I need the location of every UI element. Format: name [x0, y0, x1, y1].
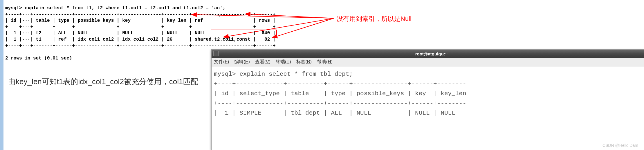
terminal-titlebar[interactable]: root@atguigu:~ — [212, 50, 644, 58]
table-row-1: | 1 |···| t2 | ALL | NULL | NULL | NULL … — [5, 30, 275, 36]
menu-tabs[interactable]: 标签(B) — [296, 59, 312, 65]
explanation-text: 由key_len可知t1表的idx_col1_col2被充分使用，col1匹配 — [8, 77, 198, 87]
left-border-strip — [0, 0, 3, 150]
svg-line-4 — [272, 18, 334, 38]
mouse-cursor-icon: ↖ — [217, 11, 221, 18]
watermark-text: CSDN @Hello Dam — [602, 143, 638, 148]
sql-query-text: explain select * from t1, t2 where t1.co… — [25, 6, 225, 11]
term-line-4: +----+-------------+----------+------+--… — [214, 100, 466, 107]
sql-prompt: mysql> — [5, 6, 25, 11]
menu-terminal[interactable]: 终端(T) — [276, 59, 291, 65]
menu-edit[interactable]: 编辑(E) — [234, 59, 250, 65]
annotation-text: 没有用到索引，所以是Null — [337, 15, 412, 23]
menu-help[interactable]: 帮助(H) — [317, 59, 333, 65]
result-summary: 2 rows in set (0.01 sec) — [5, 56, 72, 61]
terminal-window: root@atguigu:~ 文件(F) 编辑(E) 查看(V) 终端(T) 标… — [211, 49, 644, 150]
term-line-5: | 1 | SIMPLE | tbl_dept | ALL | NULL | N… — [214, 110, 455, 116]
table-header-row: | id |···| table | type | possible_keys … — [5, 18, 275, 23]
menu-file[interactable]: 文件(F) — [214, 59, 229, 65]
terminal-title: root@atguigu:~ — [221, 51, 642, 56]
table-border: +----+···+-------+------+---------------… — [5, 12, 275, 17]
terminal-menubar: 文件(F) 编辑(E) 查看(V) 终端(T) 标签(B) 帮助(H) — [212, 58, 644, 66]
terminal-body[interactable]: mysql> explain select * from tbl_dept; +… — [212, 66, 644, 121]
menu-view[interactable]: 查看(V) — [255, 59, 270, 65]
term-line-2: +----+-------------+----------+------+--… — [214, 81, 466, 87]
term-line-3: | id | select_type | table | type | poss… — [214, 90, 466, 97]
terminal-icon — [213, 51, 219, 56]
table-border: +----+···+-------+------+---------------… — [5, 43, 275, 48]
table-row-2: | 1 |···| t1 | ref | idx_col1_col2 | idx… — [5, 37, 275, 42]
term-line-1: mysql> explain select * from tbl_dept; — [214, 71, 353, 77]
table-border: +----+···+-------+------+---------------… — [5, 24, 275, 30]
